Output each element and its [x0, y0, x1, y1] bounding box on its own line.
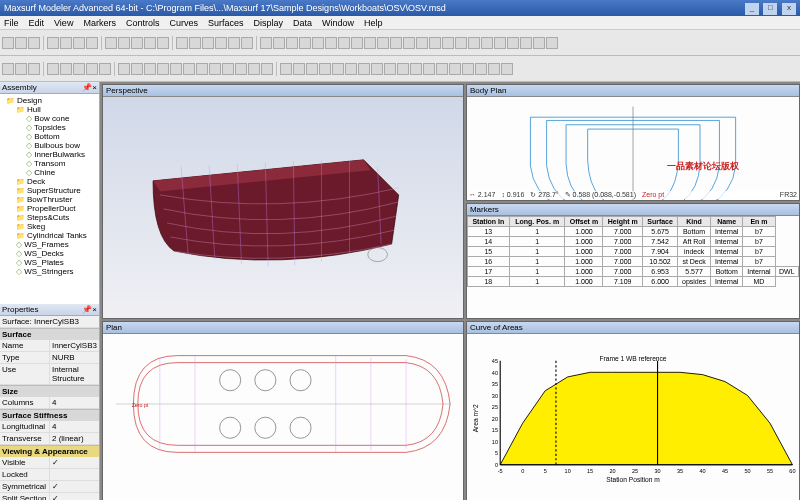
tool-button[interactable]: [105, 37, 117, 49]
tool-button[interactable]: [481, 37, 493, 49]
tool-button[interactable]: [468, 37, 480, 49]
tree-item[interactable]: WS_Decks: [2, 249, 97, 258]
tool-button[interactable]: [286, 37, 298, 49]
tool-button[interactable]: [118, 37, 130, 49]
tool-button[interactable]: [299, 37, 311, 49]
tool-button[interactable]: [202, 37, 214, 49]
tool-button[interactable]: [248, 63, 260, 75]
tool-button[interactable]: [520, 37, 532, 49]
tool-button[interactable]: [345, 63, 357, 75]
tool-button[interactable]: [28, 63, 40, 75]
tool-button[interactable]: [507, 37, 519, 49]
minimize-button[interactable]: _: [745, 3, 759, 15]
tool-button[interactable]: [189, 37, 201, 49]
menu-surfaces[interactable]: Surfaces: [208, 18, 244, 28]
tool-button[interactable]: [196, 63, 208, 75]
tool-button[interactable]: [215, 37, 227, 49]
tool-button[interactable]: [429, 37, 441, 49]
tree-item[interactable]: Steps&Cuts: [2, 213, 97, 222]
tool-button[interactable]: [533, 37, 545, 49]
menu-file[interactable]: File: [4, 18, 19, 28]
view-header[interactable]: Curve of Areas: [467, 322, 799, 334]
tree-item[interactable]: Bulbous bow: [2, 141, 97, 150]
menu-markers[interactable]: Markers: [83, 18, 116, 28]
tool-button[interactable]: [423, 63, 435, 75]
tool-button[interactable]: [397, 63, 409, 75]
tool-button[interactable]: [60, 37, 72, 49]
view-header[interactable]: Body Plan: [467, 85, 799, 97]
tool-button[interactable]: [442, 37, 454, 49]
tool-button[interactable]: [176, 37, 188, 49]
tool-button[interactable]: [73, 37, 85, 49]
table-header[interactable]: Kind: [678, 216, 711, 226]
menu-controls[interactable]: Controls: [126, 18, 160, 28]
assembly-header[interactable]: Assembly📌×: [0, 82, 99, 94]
curve-chart[interactable]: Frame 1 WB reference Area m^2 Station Po…: [467, 334, 799, 500]
table-header[interactable]: En m: [743, 216, 775, 226]
plan-view[interactable]: Plan Zero pt: [102, 321, 464, 500]
tool-button[interactable]: [261, 63, 273, 75]
perspective-view[interactable]: Perspective: [102, 84, 464, 319]
tree-hull[interactable]: Hull: [2, 105, 97, 114]
tool-button[interactable]: [449, 63, 461, 75]
tool-button[interactable]: [364, 37, 376, 49]
tool-button[interactable]: [157, 63, 169, 75]
tool-button[interactable]: [501, 63, 513, 75]
tool-button[interactable]: [170, 63, 182, 75]
tool-button[interactable]: [332, 63, 344, 75]
tool-button[interactable]: [2, 63, 14, 75]
tool-button[interactable]: [47, 37, 59, 49]
maximize-button[interactable]: □: [763, 3, 777, 15]
table-row[interactable]: 1311.0007.0005.675BottomInternalb7: [467, 226, 798, 236]
tree-item[interactable]: Chine: [2, 168, 97, 177]
tool-button[interactable]: [144, 37, 156, 49]
tree-item[interactable]: Bow cone: [2, 114, 97, 123]
tool-button[interactable]: [390, 37, 402, 49]
tool-button[interactable]: [28, 37, 40, 49]
tool-button[interactable]: [416, 37, 428, 49]
tool-button[interactable]: [358, 63, 370, 75]
tree-item[interactable]: WS_Plates: [2, 258, 97, 267]
tree-item[interactable]: WS_Frames: [2, 240, 97, 249]
tree-item[interactable]: InnerBulwarks: [2, 150, 97, 159]
tool-button[interactable]: [86, 37, 98, 49]
table-row[interactable]: 1611.0007.00010.502st DeckInternalb7: [467, 256, 798, 266]
tool-button[interactable]: [351, 37, 363, 49]
tool-button[interactable]: [488, 63, 500, 75]
tool-button[interactable]: [384, 63, 396, 75]
tool-button[interactable]: [494, 37, 506, 49]
tool-button[interactable]: [293, 63, 305, 75]
tree-item[interactable]: Cylindrical Tanks: [2, 231, 97, 240]
table-header[interactable]: Long. Pos. m: [509, 216, 565, 226]
tree-item[interactable]: Topsides: [2, 123, 97, 132]
tool-button[interactable]: [183, 63, 195, 75]
menu-data[interactable]: Data: [293, 18, 312, 28]
table-header[interactable]: Name: [711, 216, 743, 226]
tool-button[interactable]: [273, 37, 285, 49]
tool-button[interactable]: [209, 63, 221, 75]
tool-button[interactable]: [222, 63, 234, 75]
menu-window[interactable]: Window: [322, 18, 354, 28]
pin-icon[interactable]: 📌×: [82, 305, 97, 314]
menu-curves[interactable]: Curves: [169, 18, 198, 28]
surface-select[interactable]: Surface: InnerCylSB3: [0, 316, 99, 327]
table-row[interactable]: 1811.0007.1096.000opsidesInternalMD: [467, 276, 798, 286]
tool-button[interactable]: [338, 37, 350, 49]
table-header[interactable]: Offset m: [565, 216, 603, 226]
tool-button[interactable]: [462, 63, 474, 75]
tool-button[interactable]: [131, 63, 143, 75]
table-header[interactable]: Surface: [643, 216, 678, 226]
tool-button[interactable]: [455, 37, 467, 49]
tool-button[interactable]: [99, 63, 111, 75]
tool-button[interactable]: [86, 63, 98, 75]
tree-item[interactable]: SuperStructure: [2, 186, 97, 195]
tool-button[interactable]: [377, 37, 389, 49]
close-button[interactable]: x: [782, 3, 796, 15]
menu-edit[interactable]: Edit: [29, 18, 45, 28]
tool-button[interactable]: [144, 63, 156, 75]
tool-button[interactable]: [546, 37, 558, 49]
tool-button[interactable]: [325, 37, 337, 49]
table-row[interactable]: 1511.0007.0007.904indeckInternalb7: [467, 246, 798, 256]
tool-button[interactable]: [2, 37, 14, 49]
tool-button[interactable]: [60, 63, 72, 75]
